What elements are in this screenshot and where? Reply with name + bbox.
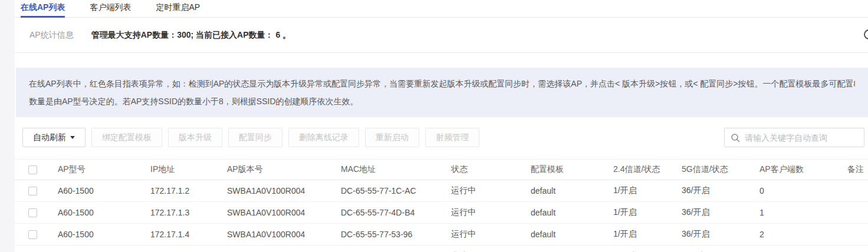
tab-scheduled-reboot[interactable]: 定时重启AP [156, 0, 200, 18]
cell-template: default [526, 224, 609, 246]
search-icon [731, 133, 740, 142]
bind-config-template-button[interactable]: 绑定配置模板 [91, 128, 162, 147]
cell-clients: 1 [755, 202, 843, 224]
tab-bar: 在线AP列表 客户端列表 定时重启AP [0, 0, 868, 18]
ap-stats-summary: 管理最大支持AP数量：300; 当前已接入AP数量： 6 。 [91, 30, 291, 41]
rf-management-button[interactable]: 射频管理 [425, 128, 479, 147]
col-header-remark: 备注 [843, 160, 868, 180]
cell-remark [843, 224, 868, 246]
row-checkbox[interactable] [28, 187, 37, 195]
cell-mac: DC-65-55-77-52-34 [336, 246, 446, 252]
notice-banner: 在线AP列表中，红色条目指表项异常，如：检测到AP的状态显示为版本升级异常或配置… [16, 68, 868, 117]
toolbar: 自动刷新 绑定配置模板 版本升级 配置同步 删除离线记录 重新启动 射频管理 [15, 128, 868, 147]
tab-client-list[interactable]: 客户端列表 [90, 0, 131, 18]
cell-template: default [526, 180, 609, 202]
cell-ip: 172.17.1.4 [146, 224, 222, 246]
cell-model: A60-1500 [53, 202, 146, 224]
tab-online-ap-list[interactable]: 在线AP列表 [21, 0, 65, 18]
cell-model: A60-1500 [53, 246, 146, 252]
config-sync-button[interactable]: 配置同步 [228, 128, 282, 147]
cell-mac: DC-65-55-77-1C-AC [336, 180, 446, 202]
auto-refresh-label: 自动刷新 [33, 132, 66, 143]
caret-down-icon [70, 136, 75, 139]
table-row: A60-1500 172.17.1.2 SWBA1A0V100R004 DC-6… [15, 180, 868, 202]
cell-version: SWBA1A0V100R004 [222, 224, 336, 246]
cell-version: SWBA1A0V100R004 [222, 246, 336, 252]
page-left-gutter [0, 0, 15, 252]
col-header-version: AP版本号 [222, 160, 336, 180]
cell-ch5: 36/开启 [677, 180, 755, 202]
cell-ip: 172.17.1.2 [146, 180, 222, 202]
search-input[interactable] [745, 133, 858, 142]
cell-status: 离线 [446, 246, 526, 252]
cell-mac: DC-65-55-77-4D-B4 [336, 202, 446, 224]
table-header-row: AP型号 IP地址 AP版本号 MAC地址 状态 配置模板 2.4信道/状态 5… [15, 160, 868, 180]
cell-template: default [526, 202, 609, 224]
select-all-checkbox[interactable] [28, 165, 37, 174]
cell-ch5: 36/开启 [677, 224, 755, 246]
auto-refresh-button[interactable]: 自动刷新 [22, 128, 86, 147]
col-header-model: AP型号 [53, 160, 146, 180]
cell-ch24: 1/开启 [609, 202, 677, 224]
cell-remark [843, 202, 868, 224]
row-checkbox[interactable] [28, 208, 37, 217]
cell-mac: DC-65-55-77-53-96 [336, 224, 446, 246]
restart-button[interactable]: 重新启动 [365, 128, 419, 147]
cell-clients: 0 [755, 180, 843, 202]
col-header-clients: AP客户端数 [755, 160, 843, 180]
ap-stats-row: AP统计信息 管理最大支持AP数量：300; 当前已接入AP数量： 6 。 [15, 18, 868, 53]
cell-status: 运行中 [446, 180, 526, 202]
cell-ch24: 1/开启 [609, 180, 677, 202]
table-row: A60-1500 172.17.1.4 SWBA1A0V100R004 DC-6… [15, 224, 868, 246]
col-header-ch24: 2.4信道/状态 [609, 160, 677, 180]
notice-line-2: 数量是由AP型号决定的。若AP支持SSID的数量小于8，则根据SSID的创建顺序… [29, 92, 855, 110]
col-header-mac: MAC地址 [336, 160, 446, 180]
cell-ch24: --/开启 [609, 246, 677, 252]
delete-offline-records-button[interactable]: 删除离线记录 [288, 128, 359, 147]
search-box [724, 128, 864, 147]
cell-ch5: 36/开启 [677, 202, 755, 224]
online-ap-table: AP型号 IP地址 AP版本号 MAC地址 状态 配置模板 2.4信道/状态 5… [15, 159, 868, 252]
cell-model: A60-1500 [53, 224, 146, 246]
version-upgrade-button[interactable]: 版本升级 [168, 128, 222, 147]
col-header-ip: IP地址 [146, 160, 222, 180]
cell-ch24: 1/开启 [609, 224, 677, 246]
cell-ip [146, 246, 222, 252]
notice-line-1: 在线AP列表中，红色条目指表项异常，如：检测到AP的状态显示为版本升级异常或配置… [29, 75, 855, 92]
col-header-status: 状态 [446, 160, 526, 180]
cell-remark [843, 180, 868, 202]
table-row: A60-1500 172.17.1.3 SWBA1A0V100R004 DC-6… [15, 202, 868, 224]
col-header-template: 配置模板 [526, 160, 609, 180]
cell-ip: 172.17.1.3 [146, 202, 222, 224]
cell-version: SWBA1A0V100R004 [222, 180, 336, 202]
cell-status: 运行中 [446, 224, 526, 246]
cell-template: default [526, 246, 609, 252]
cell-remark [843, 246, 868, 252]
cell-clients: 0 [755, 246, 843, 252]
help-icon[interactable] [864, 29, 868, 39]
cell-clients: 2 [755, 224, 843, 246]
cell-model: A60-1500 [53, 180, 146, 202]
cell-version: SWBA1A0V100R004 [222, 202, 336, 224]
row-checkbox[interactable] [28, 230, 37, 239]
col-header-ch5: 5G信道/状态 [677, 160, 755, 180]
ap-stats-label: AP统计信息 [29, 30, 74, 41]
cell-status: 运行中 [446, 202, 526, 224]
cell-ch5: --/开启 [677, 246, 755, 252]
table-row: A60-1500 SWBA1A0V100R004 DC-65-55-77-52-… [15, 246, 868, 252]
